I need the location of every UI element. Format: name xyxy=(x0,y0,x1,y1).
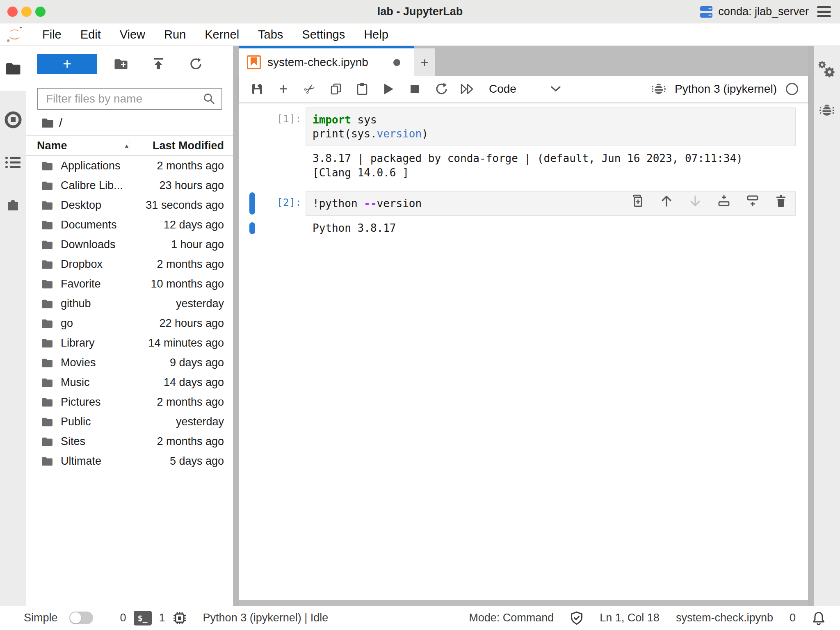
notebook-mode-indicator[interactable]: Mode: Command xyxy=(469,612,554,624)
duplicate-cell-icon[interactable] xyxy=(631,194,644,208)
kernel-status-text[interactable]: Python 3 (ipykernel) | Idle xyxy=(203,612,329,624)
insert-cell-icon[interactable]: + xyxy=(276,80,290,98)
file-name: Music xyxy=(61,376,164,389)
menu-kernel[interactable]: Kernel xyxy=(195,28,249,41)
cell-type-value: Code xyxy=(489,82,516,96)
terminals-count[interactable]: 0 xyxy=(120,612,126,624)
output-collapser[interactable] xyxy=(249,222,255,234)
move-cell-down-icon[interactable] xyxy=(689,194,702,208)
save-icon[interactable] xyxy=(250,82,264,96)
new-folder-icon[interactable] xyxy=(114,58,128,70)
trust-shield-icon[interactable] xyxy=(570,611,583,625)
menu-view[interactable]: View xyxy=(110,28,155,41)
notifications-count[interactable]: 0 xyxy=(790,612,796,624)
column-header-name[interactable]: Name ▲ xyxy=(37,139,130,152)
sidebar-tab-running-sessions[interactable] xyxy=(4,111,22,129)
menu-help[interactable]: Help xyxy=(354,28,398,41)
insert-cell-above-icon[interactable] xyxy=(717,194,730,208)
folder-icon xyxy=(41,417,53,427)
active-file-name[interactable]: system-check.ipynb xyxy=(676,612,773,624)
file-name: go xyxy=(61,317,159,330)
menu-edit[interactable]: Edit xyxy=(71,28,110,41)
restart-kernel-icon[interactable] xyxy=(434,82,448,96)
cell-collapser[interactable] xyxy=(249,192,255,215)
file-row[interactable]: Music14 days ago xyxy=(26,372,233,392)
cut-icon[interactable]: ✂ xyxy=(299,79,320,100)
breadcrumb[interactable]: / xyxy=(59,116,62,130)
file-modified: 22 hours ago xyxy=(159,317,224,330)
file-filter-box[interactable] xyxy=(37,88,222,110)
hamburger-menu-icon[interactable] xyxy=(815,5,833,19)
file-row[interactable]: Dropbox2 months ago xyxy=(26,254,233,274)
paste-icon[interactable] xyxy=(355,82,369,96)
delete-cell-icon[interactable] xyxy=(775,194,787,208)
file-row[interactable]: Calibre Lib...23 hours ago xyxy=(26,176,233,195)
status-bar: Simple 0 $_ 1 Python 3 (ipykernel) | Idl… xyxy=(0,606,840,630)
kernel-switcher[interactable]: Python 3 (ipykernel) xyxy=(675,82,777,96)
terminal-icon[interactable]: $_ xyxy=(134,611,152,625)
simple-mode-toggle[interactable] xyxy=(69,612,93,624)
file-name: Sites xyxy=(61,435,157,448)
file-row[interactable]: githubyesterday xyxy=(26,294,233,313)
debugger-bug-icon[interactable] xyxy=(652,82,666,96)
file-filter-input[interactable] xyxy=(45,92,203,106)
file-row[interactable]: Desktop31 seconds ago xyxy=(26,195,233,215)
copy-icon[interactable] xyxy=(329,82,343,96)
file-row[interactable]: go22 hours ago xyxy=(26,313,233,333)
new-tab-button[interactable]: + xyxy=(414,48,435,76)
panel-split-handle[interactable] xyxy=(233,46,239,606)
sidebar-tab-table-of-contents[interactable] xyxy=(5,156,21,169)
folder-icon xyxy=(41,180,53,191)
sidebar-tab-extensions[interactable] xyxy=(5,196,21,212)
file-list: Applications2 months agoCalibre Lib...23… xyxy=(26,156,233,606)
stop-icon[interactable] xyxy=(408,84,422,94)
file-row[interactable]: Sites2 months ago xyxy=(26,431,233,451)
right-split-handle[interactable] xyxy=(808,46,814,606)
bell-icon[interactable] xyxy=(812,611,825,625)
file-row[interactable]: Applications2 months ago xyxy=(26,156,233,176)
menu-tabs[interactable]: Tabs xyxy=(249,28,292,41)
kernel-status-icon[interactable] xyxy=(786,83,798,95)
notebook-content: [1]:import sysprint(sys.version)3.8.17 |… xyxy=(239,103,808,600)
refresh-icon[interactable] xyxy=(188,57,202,71)
execution-count-prompt: [2]: xyxy=(258,191,306,216)
file-row[interactable]: Pictures2 months ago xyxy=(26,392,233,412)
file-row[interactable]: Publicyesterday xyxy=(26,412,233,431)
file-row[interactable]: Favorite10 months ago xyxy=(26,274,233,294)
menu-run[interactable]: Run xyxy=(155,28,195,41)
kernel-chip-icon[interactable] xyxy=(173,611,187,625)
run-icon[interactable] xyxy=(381,83,395,95)
file-row[interactable]: Library14 minutes ago xyxy=(26,333,233,353)
cell-code-editor[interactable]: !python --version xyxy=(306,191,796,216)
main-dock-panel: system-check.ipynb + + ✂ xyxy=(239,46,808,606)
menu-settings[interactable]: Settings xyxy=(292,28,354,41)
run-all-icon[interactable] xyxy=(460,84,474,94)
insert-cell-below-icon[interactable] xyxy=(746,194,759,208)
file-row[interactable]: Movies9 days ago xyxy=(26,353,233,372)
cursor-position[interactable]: Ln 1, Col 18 xyxy=(600,612,660,624)
jupyterlab-menubar: File Edit View Run Kernel Tabs Settings … xyxy=(0,23,840,46)
folder-icon xyxy=(41,220,53,230)
unsaved-changes-dot[interactable] xyxy=(393,59,400,66)
sidebar-tab-property-inspector[interactable] xyxy=(818,61,835,78)
conda-env-badge[interactable]: conda: jlab_server xyxy=(699,5,809,18)
file-modified: 31 seconds ago xyxy=(146,199,224,212)
file-name: Public xyxy=(61,415,176,428)
new-launcher-button[interactable]: + xyxy=(37,54,97,74)
upload-icon[interactable] xyxy=(151,57,165,71)
move-cell-up-icon[interactable] xyxy=(660,194,673,208)
home-folder-icon[interactable] xyxy=(41,117,54,128)
file-row[interactable]: Ultimate5 days ago xyxy=(26,451,233,471)
cell-code-editor[interactable]: import sysprint(sys.version) xyxy=(306,107,796,146)
file-row[interactable]: Downloads1 hour ago xyxy=(26,235,233,254)
sidebar-tab-file-browser[interactable] xyxy=(0,46,26,91)
tab-system-check-ipynb[interactable]: system-check.ipynb xyxy=(239,46,414,76)
kernels-count[interactable]: 1 xyxy=(159,612,165,624)
menu-file[interactable]: File xyxy=(33,28,71,41)
column-header-last-modified[interactable]: Last Modified xyxy=(137,139,224,152)
folder-icon xyxy=(41,397,53,407)
file-row[interactable]: Documents12 days ago xyxy=(26,215,233,235)
cell-type-dropdown[interactable]: Code xyxy=(489,82,561,96)
cell-output-text: 3.8.17 | packaged by conda-forge | (defa… xyxy=(306,151,796,180)
sidebar-tab-debugger[interactable] xyxy=(819,103,835,117)
